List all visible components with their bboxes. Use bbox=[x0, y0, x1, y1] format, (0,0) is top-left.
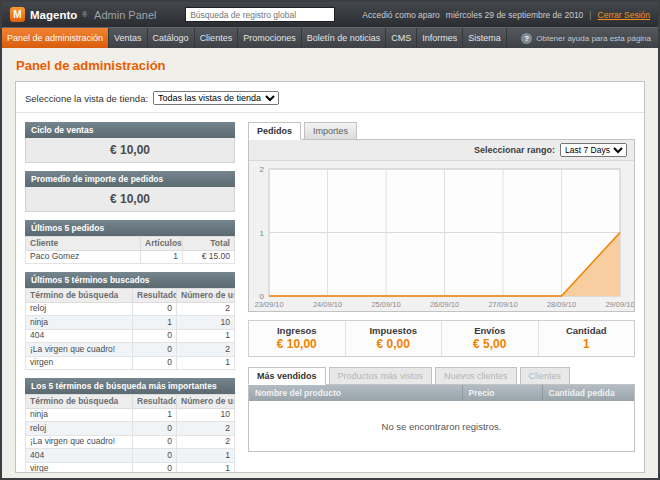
total-label: Cantidad bbox=[539, 325, 635, 336]
column-header-termino-de-busqueda: Término de búsqueda bbox=[26, 395, 133, 409]
table-cell: ninja bbox=[26, 408, 133, 422]
top-bar: M Magento ® Admin Panel Accedió como apa… bbox=[2, 2, 658, 27]
table-cell: Paco Gomez bbox=[26, 250, 141, 264]
nav-item-boletin-de-noticias[interactable]: Boletín de noticias bbox=[302, 28, 387, 48]
totals-bar: Ingresos€ 10,00Impuestos€ 0,00Envíos€ 5,… bbox=[248, 320, 635, 357]
column-header-numero-de-usos: Número de usos bbox=[177, 289, 235, 303]
column-header-resultados: Resultados bbox=[133, 395, 177, 409]
nav-item-cms[interactable]: CMS bbox=[386, 28, 417, 48]
orders-area-chart-svg: 01223/09/1024/09/1025/09/1026/09/1027/09… bbox=[249, 161, 634, 311]
table-cell: virge bbox=[26, 462, 133, 473]
table-cell: 2 bbox=[177, 435, 235, 449]
table-cell: reloj bbox=[26, 302, 133, 316]
svg-text:24/09/10: 24/09/10 bbox=[313, 300, 342, 309]
main-nav: Panel de administraciónVentasCatálogoCli… bbox=[2, 28, 507, 48]
tab-mas-vendidos[interactable]: Más vendidos bbox=[248, 367, 326, 385]
table-cell: 10 bbox=[177, 316, 235, 330]
grid-tabs: Más vendidosProductos más vistosNuevos c… bbox=[248, 367, 635, 385]
total-ingresos: Ingresos€ 10,00 bbox=[249, 321, 345, 356]
last-orders-widget: Últimos 5 pedidos ClienteArtículosTotalP… bbox=[25, 220, 235, 264]
average-orders-widget: Promedio de importe de pedidos € 10,00 bbox=[25, 171, 235, 212]
table-row[interactable]: 40401 bbox=[26, 449, 235, 463]
table-cell: 0 bbox=[133, 356, 177, 370]
table-cell: 1 bbox=[177, 462, 235, 473]
svg-text:27/09/10: 27/09/10 bbox=[488, 300, 517, 309]
column-header-total: Total bbox=[183, 237, 235, 251]
nav-item-sistema[interactable]: Sistema bbox=[463, 28, 507, 48]
table-row[interactable]: ¡La virgen que cuadro!02 bbox=[26, 343, 235, 357]
dashboard-sidebar: Ciclo de ventas € 10,00 Promedio de impo… bbox=[25, 122, 235, 473]
table-cell: 0 bbox=[133, 302, 177, 316]
nav-item-ventas[interactable]: Ventas bbox=[109, 28, 148, 48]
table-cell: 1 bbox=[177, 449, 235, 463]
tab-productos-mas-vistos: Productos más vistos bbox=[329, 367, 433, 385]
total-impuestos: Impuestos€ 0,00 bbox=[345, 321, 442, 356]
total-envios: Envíos€ 5,00 bbox=[441, 321, 538, 356]
table-cell: ¡La virgen que cuadro! bbox=[26, 343, 133, 357]
table-row[interactable]: reloj02 bbox=[26, 422, 235, 436]
nav-item-promociones[interactable]: Promociones bbox=[238, 28, 302, 48]
tab-pedidos[interactable]: Pedidos bbox=[248, 122, 301, 140]
logout-link[interactable]: Cerrar Sesión bbox=[598, 10, 650, 20]
session-date: miércoles 29 de septiembre de 2010 bbox=[446, 10, 584, 20]
table-row[interactable]: ninja110 bbox=[26, 408, 235, 422]
last-search-table: Término de búsquedaResultadosNúmero de u… bbox=[25, 288, 235, 370]
empty-records-message: No se encontraron registros. bbox=[249, 401, 634, 451]
svg-text:25/09/10: 25/09/10 bbox=[371, 300, 400, 309]
nav-item-panel-de-administracion[interactable]: Panel de administración bbox=[2, 28, 109, 48]
orders-chart: 01223/09/1024/09/1025/09/1026/09/1027/09… bbox=[249, 161, 634, 311]
table-row[interactable]: ¡La virgen que cuadro!02 bbox=[26, 435, 235, 449]
svg-text:28/09/10: 28/09/10 bbox=[547, 300, 576, 309]
table-row[interactable]: 40401 bbox=[26, 329, 235, 343]
range-select[interactable]: Last 7 Days bbox=[560, 143, 627, 157]
session-separator: | bbox=[589, 10, 591, 20]
table-cell: ninja bbox=[26, 316, 133, 330]
brand-suffix: Admin Panel bbox=[94, 9, 156, 21]
tab-importes[interactable]: Importes bbox=[304, 122, 357, 140]
table-cell: 0 bbox=[133, 462, 177, 473]
magento-logo: M Magento ® Admin Panel bbox=[10, 7, 158, 22]
total-value: € 0,00 bbox=[346, 337, 442, 351]
table-cell: 0 bbox=[133, 422, 177, 436]
total-cantidad: Cantidad1 bbox=[538, 321, 635, 356]
table-cell: 10 bbox=[177, 408, 235, 422]
svg-text:29/09/10: 29/09/10 bbox=[605, 300, 634, 309]
table-row[interactable]: virge01 bbox=[26, 462, 235, 473]
page-help-link[interactable]: ? Obtener ayuda para esta página bbox=[514, 28, 658, 48]
table-cell: € 15.00 bbox=[183, 250, 235, 264]
table-cell: reloj bbox=[26, 422, 133, 436]
top-search-table: Término de búsquedaResultadosNúmero de u… bbox=[25, 394, 235, 473]
store-switcher-select[interactable]: Todas las vistas de tienda bbox=[153, 91, 279, 105]
grid-column-cantidad-pedida: Cantidad pedida bbox=[542, 385, 634, 401]
table-cell: ¡La virgen que cuadro! bbox=[26, 435, 133, 449]
table-cell: 1 bbox=[177, 356, 235, 370]
widget-title: Últimos 5 términos buscados bbox=[25, 272, 235, 288]
table-cell: 0 bbox=[133, 329, 177, 343]
nav-item-catalogo[interactable]: Catálogo bbox=[148, 28, 195, 48]
table-row[interactable]: Paco Gomez1€ 15.00 bbox=[26, 250, 235, 264]
table-cell: 1 bbox=[177, 329, 235, 343]
table-cell: 404 bbox=[26, 329, 133, 343]
table-row[interactable]: virgen01 bbox=[26, 356, 235, 370]
dashboard-content: Seleccione la vista de tienda: Todas las… bbox=[15, 81, 645, 473]
nav-item-informes[interactable]: Informes bbox=[417, 28, 463, 48]
registered-mark: ® bbox=[82, 11, 87, 18]
table-cell: 2 bbox=[177, 302, 235, 316]
total-value: € 10,00 bbox=[249, 337, 345, 351]
table-row[interactable]: ninja110 bbox=[26, 316, 235, 330]
global-search-input[interactable] bbox=[185, 7, 335, 22]
table-row[interactable]: reloj02 bbox=[26, 302, 235, 316]
switcher-divider bbox=[16, 112, 644, 113]
lifetime-sales-widget: Ciclo de ventas € 10,00 bbox=[25, 122, 235, 163]
svg-text:26/09/10: 26/09/10 bbox=[430, 300, 459, 309]
widget-title: Los 5 términos de búsqueda más important… bbox=[25, 378, 235, 394]
table-cell: 1 bbox=[133, 316, 177, 330]
table-cell: 2 bbox=[177, 422, 235, 436]
global-search bbox=[166, 7, 354, 22]
widget-title: Ciclo de ventas bbox=[25, 122, 235, 138]
widget-title: Últimos 5 pedidos bbox=[25, 220, 235, 236]
total-label: Ingresos bbox=[249, 325, 345, 336]
table-cell: 1 bbox=[141, 250, 183, 264]
brand-name: Magento bbox=[30, 9, 77, 21]
nav-item-clientes[interactable]: Clientes bbox=[195, 28, 239, 48]
